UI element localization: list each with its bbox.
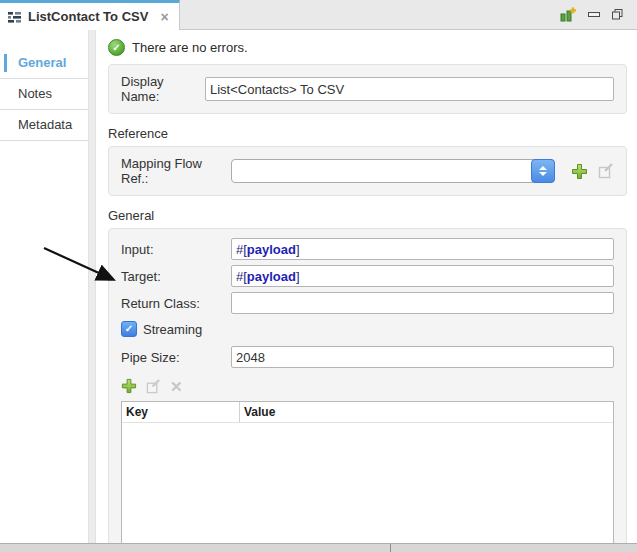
display-name-input[interactable] xyxy=(205,77,614,101)
reference-panel: Mapping Flow Ref.: xyxy=(108,146,627,196)
sidebar-item-metadata[interactable]: Metadata xyxy=(0,110,88,141)
display-name-label: Display Name: xyxy=(121,74,205,104)
column-header-key[interactable]: Key xyxy=(122,402,240,422)
status-bar xyxy=(0,543,637,552)
tab-bar-controls xyxy=(180,0,637,30)
return-class-label: Return Class: xyxy=(121,296,231,311)
column-header-value[interactable]: Value xyxy=(240,405,613,419)
streaming-label: Streaming xyxy=(143,322,202,337)
properties-editor: General Notes Metadata ✓ There are no er… xyxy=(0,30,637,543)
general-panel: Input: #[payload] Target: #[payload] Ret… xyxy=(108,228,627,552)
streaming-checkbox[interactable]: ✓ xyxy=(121,321,137,337)
sidebar-item-general[interactable]: General xyxy=(0,48,88,79)
delete-icon: ✕ xyxy=(170,379,183,394)
tab-listcontact-to-csv[interactable]: ListContact To CSV × xyxy=(0,0,180,30)
add-icon xyxy=(571,163,588,180)
minimize-icon[interactable] xyxy=(588,12,600,17)
combo-stepper-icon[interactable] xyxy=(531,159,555,183)
target-expression-field[interactable]: #[payload] xyxy=(231,265,614,287)
input-label: Input: xyxy=(121,242,231,257)
table-header-row: Key Value xyxy=(122,402,613,423)
sidebar-item-label: Metadata xyxy=(18,117,72,132)
add-entry-button[interactable] xyxy=(121,378,137,394)
display-name-panel: Display Name: xyxy=(108,64,627,114)
key-value-table: Key Value xyxy=(121,401,614,552)
error-status-banner: ✓ There are no errors. xyxy=(96,30,637,64)
delete-entry-button[interactable]: ✕ xyxy=(170,379,183,394)
table-body[interactable] xyxy=(122,423,613,552)
edit-flow-button[interactable] xyxy=(598,163,614,179)
general-section-heading: General xyxy=(108,208,637,223)
pipe-size-input[interactable] xyxy=(231,346,614,368)
error-status-text: There are no errors. xyxy=(132,40,248,55)
sidebar-item-notes[interactable]: Notes xyxy=(0,79,88,110)
no-errors-check-icon: ✓ xyxy=(108,39,125,56)
active-indicator-bar xyxy=(4,54,7,72)
edit-icon xyxy=(598,163,614,179)
return-class-input[interactable] xyxy=(231,292,614,314)
sidebar: General Notes Metadata xyxy=(0,30,88,543)
maximize-restore-icon[interactable] xyxy=(612,9,623,20)
view-chart-add-icon[interactable] xyxy=(559,7,576,22)
editor-tab-bar: ListContact To CSV × xyxy=(0,0,637,30)
sidebar-item-label: Notes xyxy=(18,86,52,101)
add-flow-button[interactable] xyxy=(571,163,588,180)
mapping-flow-ref-combobox[interactable] xyxy=(231,159,555,183)
status-bar-divider xyxy=(390,544,391,552)
sidebar-splitter[interactable] xyxy=(88,30,96,543)
edit-entry-button[interactable] xyxy=(146,379,161,394)
edit-icon xyxy=(146,379,161,394)
sidebar-item-label: General xyxy=(18,55,66,70)
input-expression-field[interactable]: #[payload] xyxy=(231,238,614,260)
pipe-size-label: Pipe Size: xyxy=(121,350,231,365)
tab-title: ListContact To CSV xyxy=(28,9,148,24)
tab-close-icon[interactable]: × xyxy=(160,10,168,24)
reference-section-heading: Reference xyxy=(108,126,637,141)
mapping-flow-ref-label: Mapping Flow Ref.: xyxy=(121,156,231,186)
mapping-icon xyxy=(8,11,22,23)
key-value-toolbar: ✕ xyxy=(121,377,614,395)
content-pane: ✓ There are no errors. Display Name: Ref… xyxy=(96,30,637,543)
target-label: Target: xyxy=(121,269,231,284)
add-icon xyxy=(121,378,137,394)
